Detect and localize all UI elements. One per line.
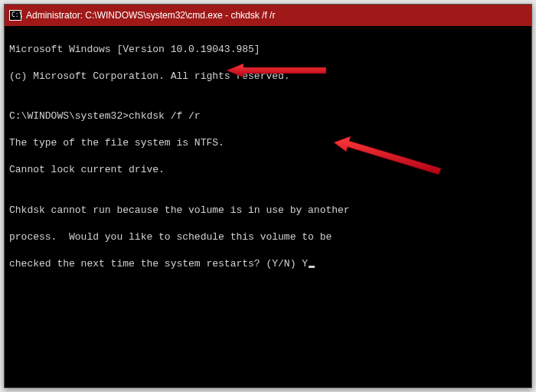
user-command: chkdsk /f /r (129, 110, 201, 122)
prompt-line: checked the next time the system restart… (9, 257, 527, 271)
output-line: The type of the file system is NTFS. (9, 136, 527, 150)
restart-prompt: checked the next time the system restart… (9, 258, 302, 270)
prompt-path: C:\WINDOWS\system32> (9, 110, 129, 122)
cmd-icon: C:\ (9, 10, 21, 21)
titlebar[interactable]: C:\ Administrator: C:\WINDOWS\system32\c… (5, 5, 531, 26)
output-line: Chkdsk cannot run because the volume is … (9, 204, 527, 217)
window-title: Administrator: C:\WINDOWS\system32\cmd.e… (26, 10, 275, 21)
cursor (309, 266, 315, 268)
output-line: process. Would you like to schedule this… (9, 230, 527, 244)
terminal-output[interactable]: Microsoft Windows [Version 10.0.19043.98… (5, 26, 531, 301)
cmd-window: C:\ Administrator: C:\WINDOWS\system32\c… (4, 4, 532, 388)
output-line: (c) Microsoft Corporation. All rights re… (9, 70, 527, 83)
user-input: Y (302, 258, 308, 270)
output-line: Cannot lock current drive. (9, 163, 527, 177)
prompt-line: C:\WINDOWS\system32>chkdsk /f /r (9, 109, 527, 123)
output-line: Microsoft Windows [Version 10.0.19043.98… (9, 43, 527, 57)
